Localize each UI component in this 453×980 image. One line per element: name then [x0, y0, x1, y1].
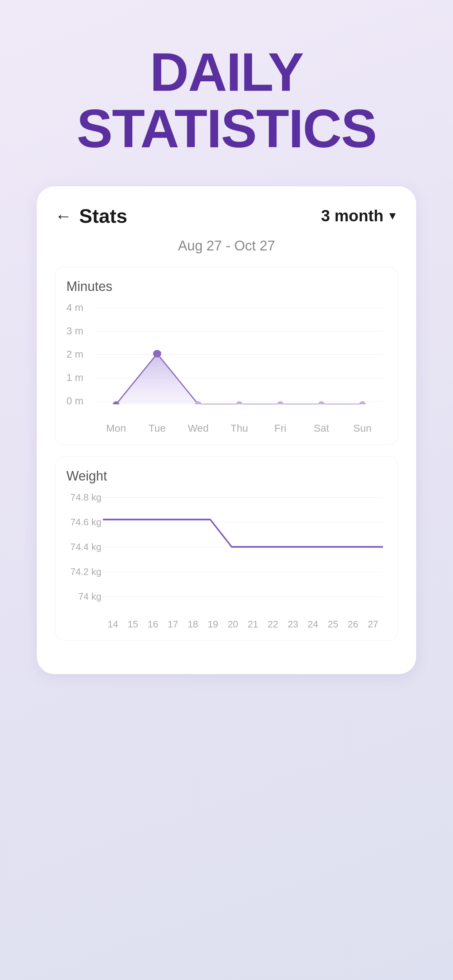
x-label-22: 22 [263, 619, 283, 630]
x-label-mon: Mon [96, 423, 137, 434]
minutes-chart-area: 4 m 3 m 2 m 1 m 0 m [66, 303, 387, 420]
y-label-0m: 0 m [66, 395, 92, 407]
y-label-744: 74.4 kg [66, 541, 101, 553]
x-label-26: 26 [343, 619, 363, 630]
x-label-sun: Sun [342, 423, 383, 434]
y-label-2m: 2 m [66, 348, 92, 360]
minutes-chart-section: Minutes 4 m 3 m 2 m 1 m 0 m [55, 267, 398, 445]
x-label-sat: Sat [301, 423, 342, 434]
x-label-wed: Wed [178, 423, 219, 434]
title-line1: DAILY [150, 42, 303, 102]
x-label-tue: Tue [137, 423, 178, 434]
minutes-svg [96, 303, 383, 404]
title-line2: STATISTICS [77, 99, 376, 159]
y-label-74: 74 kg [66, 591, 101, 602]
y-label-1m: 1 m [66, 372, 92, 383]
x-label-15: 15 [123, 619, 143, 630]
y-label-742: 74.2 kg [66, 566, 101, 578]
card-header: ← Stats 3 month ▼ [55, 205, 398, 227]
date-range: Aug 27 - Oct 27 [55, 238, 398, 254]
x-label-21: 21 [243, 619, 263, 630]
weight-chart-area: 74.8 kg 74.6 kg 74.4 kg 74.2 kg 74 kg [66, 493, 387, 617]
y-label-748: 74.8 kg [66, 492, 101, 503]
x-label-fri: Fri [260, 423, 301, 434]
minutes-label: Minutes [66, 279, 387, 294]
chevron-down-icon: ▼ [387, 210, 398, 222]
y-label-746: 74.6 kg [66, 517, 101, 528]
weight-chart-section: Weight 74.8 kg 74.6 kg 74.4 kg 74.2 kg 7… [55, 457, 398, 641]
svg-marker-0 [116, 354, 198, 404]
back-button[interactable]: ← [55, 207, 72, 224]
minutes-x-labels: Mon Tue Wed Thu Fri Sat Sun [66, 423, 387, 434]
x-label-25: 25 [323, 619, 343, 630]
period-selector[interactable]: 3 month ▼ [321, 207, 398, 225]
period-label: 3 month [321, 207, 383, 225]
weight-label: Weight [66, 468, 387, 484]
stats-title: Stats [79, 205, 127, 227]
weight-x-labels: 14 15 16 17 18 19 20 21 22 23 24 25 26 2… [66, 619, 387, 630]
x-label-thu: Thu [219, 423, 260, 434]
weight-svg [103, 493, 383, 601]
y-label-3m: 3 m [66, 325, 92, 337]
svg-point-6 [318, 401, 325, 404]
x-label-18: 18 [183, 619, 203, 630]
y-label-4m: 4 m [66, 302, 92, 313]
x-label-27: 27 [363, 619, 383, 630]
x-label-17: 17 [163, 619, 183, 630]
x-label-24: 24 [303, 619, 323, 630]
svg-point-4 [236, 401, 242, 404]
stats-card: ← Stats 3 month ▼ Aug 27 - Oct 27 Minute… [37, 186, 416, 674]
svg-point-7 [359, 401, 366, 404]
x-label-14: 14 [103, 619, 123, 630]
x-label-23: 23 [283, 619, 303, 630]
page-title: DAILY STATISTICS [77, 44, 376, 157]
x-label-16: 16 [143, 619, 163, 630]
svg-point-5 [277, 401, 284, 404]
x-label-19: 19 [203, 619, 223, 630]
x-label-20: 20 [223, 619, 243, 630]
header-left: ← Stats [55, 205, 127, 227]
svg-point-2 [153, 350, 161, 357]
